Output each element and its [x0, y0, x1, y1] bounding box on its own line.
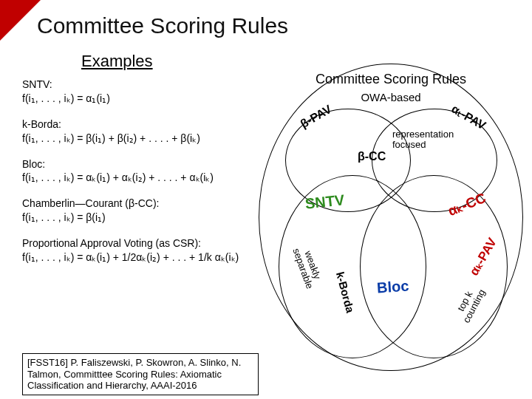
rule-name: k-Borda: [22, 117, 251, 132]
owa-label: OWA-based [259, 91, 522, 103]
venn-diagram: Committee Scoring Rules OWA-based β-PAV … [259, 64, 523, 371]
rule-formula: f(i₁, . . . , iₖ) = β(i₁) [22, 211, 251, 225]
reference-box: [FSST16] P. Faliszewski, P. Skowron, A. … [22, 353, 259, 395]
diagram-title: Committee Scoring Rules [259, 72, 522, 87]
rule-name: SNTV: [22, 78, 251, 92]
rule-sntv: SNTV: f(i₁, . . . , iₖ) = α₁(i₁) [22, 78, 251, 106]
rule-formula: f(i₁, . . . , iₖ) = β(i₁) + β(i₂) + . . … [22, 132, 251, 146]
rule-formula: f(i₁, . . . , iₖ) = α₁(i₁) [22, 92, 251, 106]
examples-heading: Examples [81, 52, 153, 71]
label-bloc: Bloc [376, 278, 409, 297]
rule-name: Proportional Approval Voting (as CSR): [22, 236, 251, 250]
rule-kborda: k-Borda: f(i₁, . . . , iₖ) = β(i₁) + β(i… [22, 117, 251, 146]
label-beta-cc: β-CC [358, 150, 386, 163]
rule-bloc: Bloc: f(i₁, . . . , iₖ) = αₖ(i₁) + αₖ(i₂… [22, 157, 251, 185]
rule-cc: Chamberlin—Courant (β-CC): f(i₁, . . . ,… [22, 197, 251, 225]
rule-name: Chamberlin—Courant (β-CC): [22, 197, 251, 211]
rule-name: Bloc: [22, 157, 251, 171]
page-title: Committee Scoring Rules [37, 13, 288, 38]
rule-pav: Proportional Approval Voting (as CSR): f… [22, 236, 251, 265]
rules-list: SNTV: f(i₁, . . . , iₖ) = α₁(i₁) k-Borda… [22, 78, 251, 276]
label-representation: representation focused [392, 129, 474, 151]
rule-formula: f(i₁, . . . , iₖ) = αₖ(i₁) + 1/2αₖ(i₂) +… [22, 250, 251, 265]
red-corner [0, 0, 41, 41]
rule-formula: f(i₁, . . . , iₖ) = αₖ(i₁) + αₖ(i₂) + . … [22, 171, 251, 185]
